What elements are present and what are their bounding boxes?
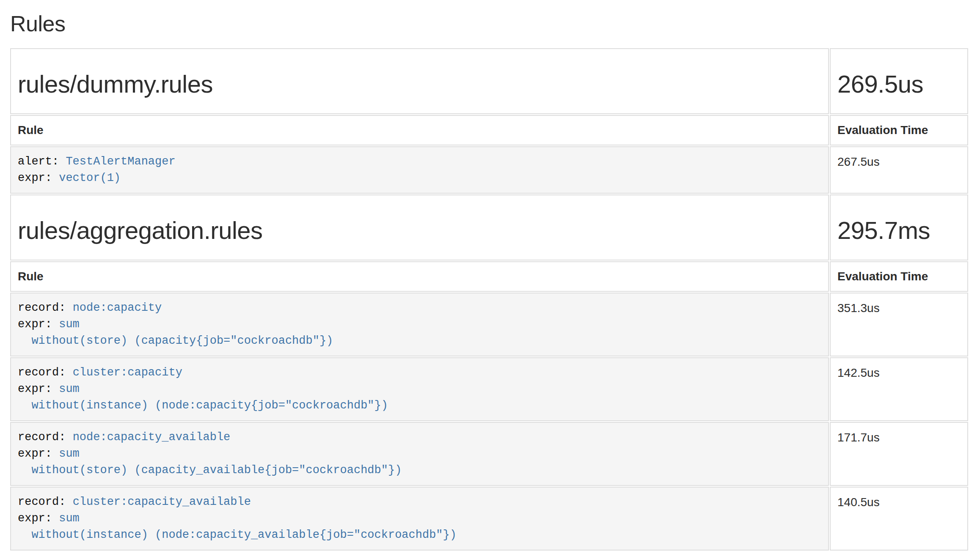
rule-expr-link[interactable]: sum without(store) (capacity{job="cockro… [18, 318, 333, 347]
evaluation-time-column-header: Evaluation Time [830, 115, 968, 145]
rule-kind-label: record: [18, 366, 66, 379]
rule-expr-link[interactable]: sum without(instance) (node:capacity_ava… [18, 512, 457, 541]
column-header-row: Rule Evaluation Time [10, 115, 968, 145]
rule-expr-link[interactable]: sum without(store) (capacity_available{j… [18, 447, 402, 477]
rule-group-file-cell: rules/aggregation.rules [10, 195, 829, 260]
rule-definition-cell: record: node:capacity_available expr: su… [10, 422, 829, 486]
rule-group-file: rules/aggregation.rules [18, 217, 821, 244]
rule-name-link[interactable]: TestAlertManager [66, 155, 175, 168]
rule-name-link[interactable]: node:capacity_available [73, 431, 231, 444]
rule-group-eval-time-cell: 269.5us [830, 48, 968, 114]
rule-group-eval-time: 295.7ms [837, 217, 961, 244]
rule-definition-cell: record: node:capacity expr: sum without(… [10, 293, 829, 356]
rule-row: record: cluster:capacity_available expr:… [10, 487, 968, 551]
rule-kind-label: record: [18, 301, 66, 314]
rule-name-link[interactable]: cluster:capacity_available [73, 496, 251, 508]
rule-definition-cell: alert: TestAlertManager expr: vector(1) [10, 146, 829, 194]
rule-group-header-row: rules/dummy.rules 269.5us [10, 48, 968, 114]
rule-definition: record: cluster:capacity expr: sum witho… [18, 364, 821, 414]
rule-expr-link[interactable]: sum without(instance) (node:capacity{job… [18, 383, 388, 412]
rule-group-file: rules/dummy.rules [18, 71, 821, 97]
rule-group-eval-time-cell: 295.7ms [830, 195, 968, 260]
rule-row: record: cluster:capacity expr: sum witho… [10, 357, 968, 421]
rule-expr-link[interactable]: vector(1) [59, 172, 121, 184]
rule-kind-label: record: [18, 431, 66, 444]
rule-group-file-cell: rules/dummy.rules [10, 48, 829, 114]
rule-definition-cell: record: cluster:capacity expr: sum witho… [10, 357, 829, 421]
rule-eval-time: 171.7us [830, 422, 968, 486]
rule-definition-cell: record: cluster:capacity_available expr:… [10, 487, 829, 551]
rule-row: record: node:capacity_available expr: su… [10, 422, 968, 486]
expr-label: expr: [18, 512, 52, 525]
rule-definition: record: node:capacity_available expr: su… [18, 429, 821, 479]
rule-name-link[interactable]: node:capacity [73, 301, 162, 314]
rule-eval-time: 142.5us [830, 357, 968, 421]
page-title: Rules [10, 11, 969, 36]
rules-table: rules/dummy.rules 269.5us Rule Evaluatio… [9, 47, 969, 551]
rule-column-header: Rule [10, 115, 829, 145]
rule-row: alert: TestAlertManager expr: vector(1) … [10, 146, 968, 194]
rule-definition: record: cluster:capacity_available expr:… [18, 494, 821, 543]
rule-eval-time: 267.5us [830, 146, 968, 194]
rule-column-header: Rule [10, 261, 829, 292]
column-header-row: Rule Evaluation Time [10, 261, 968, 292]
rule-eval-time: 351.3us [830, 293, 968, 356]
evaluation-time-column-header: Evaluation Time [830, 261, 968, 292]
rule-group-header-row: rules/aggregation.rules 295.7ms [10, 195, 968, 260]
expr-label: expr: [18, 447, 52, 460]
expr-label: expr: [18, 383, 52, 395]
rule-definition: record: node:capacity expr: sum without(… [18, 300, 821, 349]
rule-name-link[interactable]: cluster:capacity [73, 366, 182, 379]
rule-definition: alert: TestAlertManager expr: vector(1) [18, 153, 821, 186]
rules-page: Rules rules/dummy.rules 269.5us Rule Eva… [0, 11, 980, 551]
rule-eval-time: 140.5us [830, 487, 968, 551]
expr-label: expr: [18, 172, 52, 184]
rule-kind-label: record: [18, 496, 66, 508]
rule-group-eval-time: 269.5us [837, 71, 961, 97]
rule-row: record: node:capacity expr: sum without(… [10, 293, 968, 356]
expr-label: expr: [18, 318, 52, 331]
rule-kind-label: alert: [18, 155, 59, 168]
